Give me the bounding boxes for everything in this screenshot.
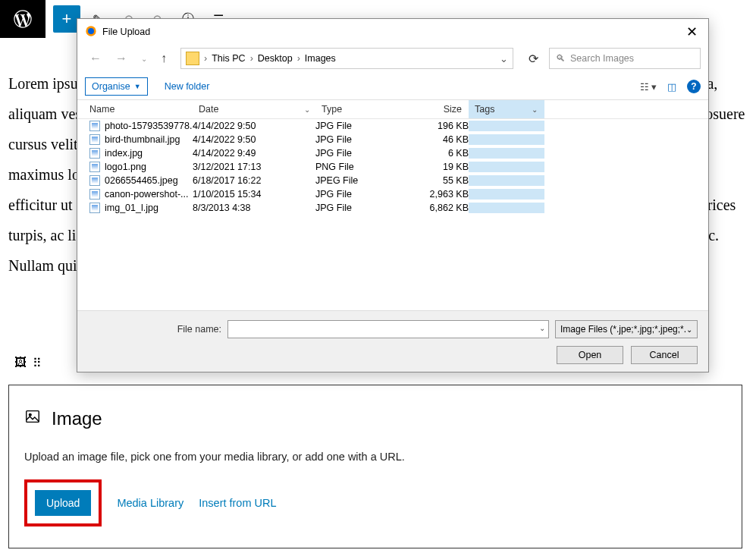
view-mode-icon[interactable]: ☷ ▾ — [640, 81, 657, 93]
help-icon[interactable]: ? — [687, 80, 701, 93]
dialog-title: File Upload — [102, 27, 150, 37]
file-icon — [89, 175, 100, 186]
open-button[interactable]: Open — [557, 346, 623, 364]
preview-pane-icon[interactable]: ◫ — [667, 81, 676, 93]
file-icon — [89, 189, 100, 200]
file-icon — [89, 162, 100, 172]
wordpress-logo[interactable] — [0, 0, 45, 38]
breadcrumb-segment[interactable]: Desktop — [258, 53, 293, 64]
back-icon[interactable]: ← — [85, 49, 106, 68]
file-row[interactable]: 0266554465.jpeg6/18/2017 16:22JPEG File5… — [77, 174, 708, 187]
file-row[interactable]: photo-15793539778...4/14/2022 9:50JPG Fi… — [77, 119, 708, 133]
file-type: PNG File — [315, 162, 406, 172]
svg-rect-0 — [27, 411, 39, 423]
svg-point-1 — [29, 413, 31, 416]
file-row[interactable]: index.jpg4/14/2022 9:49JPG File6 KB — [77, 146, 708, 160]
dialog-nav: ← → ⌄ ↑ › This PC › Desktop › Images ⌄ ⟳… — [77, 45, 708, 74]
file-name: logo1.png — [105, 162, 146, 172]
search-placeholder: Search Images — [570, 53, 634, 64]
column-name[interactable]: Name — [77, 100, 193, 118]
file-name: photo-15793539778... — [105, 121, 193, 131]
file-upload-dialog: File Upload ✕ ← → ⌄ ↑ › This PC › Deskto… — [77, 18, 709, 372]
cancel-button[interactable]: Cancel — [631, 346, 698, 364]
file-type-filter[interactable]: Image Files (*.jpe;*.jpg;*.jpeg;*.⌄ — [555, 320, 698, 338]
column-type[interactable]: Type — [315, 100, 406, 118]
sort-indicator-icon: ⌄ — [304, 105, 310, 114]
file-type: JPEG File — [315, 175, 406, 186]
dialog-footer: File name: ⌄ Image Files (*.jpe;*.jpg;*.… — [77, 310, 708, 372]
up-icon[interactable]: ↑ — [156, 49, 171, 68]
file-row[interactable]: bird-thumbnail.jpg4/14/2022 9:50JPG File… — [77, 133, 708, 146]
file-date: 1/10/2015 15:34 — [193, 189, 315, 200]
file-type: JPG File — [315, 203, 406, 213]
upload-button[interactable]: Upload — [35, 490, 91, 516]
media-library-link[interactable]: Media Library — [117, 497, 184, 509]
refresh-icon[interactable]: ⟳ — [522, 49, 544, 69]
file-name: 0266554465.jpeg — [105, 175, 178, 186]
file-date: 6/18/2017 16:22 — [193, 175, 315, 186]
breadcrumb[interactable]: › This PC › Desktop › Images ⌄ — [180, 48, 513, 69]
chevron-down-icon[interactable]: ⌄ — [136, 52, 152, 66]
image-block-title: Image — [24, 408, 726, 429]
plus-icon: + — [62, 9, 72, 29]
file-type: JPG File — [315, 134, 406, 145]
file-size: 196 KB — [406, 121, 469, 131]
forward-icon[interactable]: → — [111, 49, 132, 68]
upload-highlight: Upload — [24, 479, 102, 526]
file-row[interactable]: img_01_l.jpg8/3/2013 4:38JPG File6,862 K… — [77, 201, 708, 215]
breadcrumb-dropdown-icon[interactable]: ⌄ — [500, 53, 508, 64]
file-date: 8/3/2013 4:38 — [193, 203, 315, 213]
chevron-down-icon[interactable]: ⌄ — [539, 324, 545, 332]
search-input[interactable]: 🔍︎ Search Images — [549, 48, 701, 69]
chevron-down-icon: ⌄ — [532, 105, 538, 114]
file-icon — [89, 121, 100, 131]
file-size: 6,862 KB — [406, 203, 469, 213]
svg-point-3 — [88, 28, 94, 34]
drag-handle-icon[interactable]: ⠿ — [33, 356, 42, 370]
file-date: 4/14/2022 9:49 — [193, 148, 315, 159]
file-name: canon-powershot-... — [105, 189, 188, 200]
file-list-headers: Name Date⌄ Type Size Tags⌄ — [77, 100, 708, 119]
file-size: 55 KB — [406, 175, 469, 186]
file-date: 3/12/2021 17:13 — [193, 162, 315, 172]
image-block-placeholder: Image Upload an image file, pick one fro… — [8, 385, 742, 548]
file-type: JPG File — [315, 121, 406, 131]
column-tags[interactable]: Tags⌄ — [469, 100, 544, 118]
file-list: photo-15793539778...4/14/2022 9:50JPG Fi… — [77, 119, 708, 310]
image-icon — [24, 408, 41, 429]
image-block-desc: Upload an image file, pick one from your… — [24, 451, 726, 463]
file-name: index.jpg — [105, 148, 143, 159]
image-block-actions: Upload Media Library Insert from URL — [24, 479, 726, 526]
file-size: 46 KB — [406, 134, 469, 145]
file-name: img_01_l.jpg — [105, 203, 158, 213]
dialog-toolbar: Organise▼ New folder ☷ ▾ ◫ ? — [77, 74, 708, 100]
organise-button[interactable]: Organise▼ — [85, 77, 148, 96]
file-size: 6 KB — [406, 148, 469, 159]
file-size: 2,963 KB — [406, 189, 469, 200]
filename-label: File name: — [88, 324, 221, 335]
breadcrumb-segment[interactable]: Images — [305, 53, 336, 64]
breadcrumb-segment[interactable]: This PC — [212, 53, 245, 64]
image-block-icon[interactable]: 🖼 — [14, 356, 27, 369]
file-date: 4/14/2022 9:50 — [193, 121, 315, 131]
file-icon — [89, 148, 100, 159]
file-type: JPG File — [315, 148, 406, 159]
file-type: JPG File — [315, 189, 406, 200]
file-icon — [89, 134, 100, 145]
file-size: 19 KB — [406, 162, 469, 172]
column-date[interactable]: Date⌄ — [193, 100, 315, 118]
file-row[interactable]: canon-powershot-...1/10/2015 15:34JPG Fi… — [77, 187, 708, 201]
dialog-titlebar: File Upload ✕ — [77, 19, 708, 45]
column-size[interactable]: Size — [406, 100, 469, 118]
filename-input[interactable]: ⌄ — [227, 320, 549, 338]
file-date: 4/14/2022 9:50 — [193, 134, 315, 145]
search-icon: 🔍︎ — [556, 53, 566, 64]
block-toolbar: 🖼 ⠿ — [8, 349, 48, 376]
new-folder-button[interactable]: New folder — [165, 81, 210, 92]
file-icon — [89, 203, 100, 213]
insert-from-url-link[interactable]: Insert from URL — [199, 497, 276, 509]
close-icon[interactable]: ✕ — [683, 24, 701, 40]
file-row[interactable]: logo1.png3/12/2021 17:13PNG File19 KB — [77, 160, 708, 174]
folder-icon — [186, 52, 199, 65]
file-name: bird-thumbnail.jpg — [105, 134, 180, 145]
